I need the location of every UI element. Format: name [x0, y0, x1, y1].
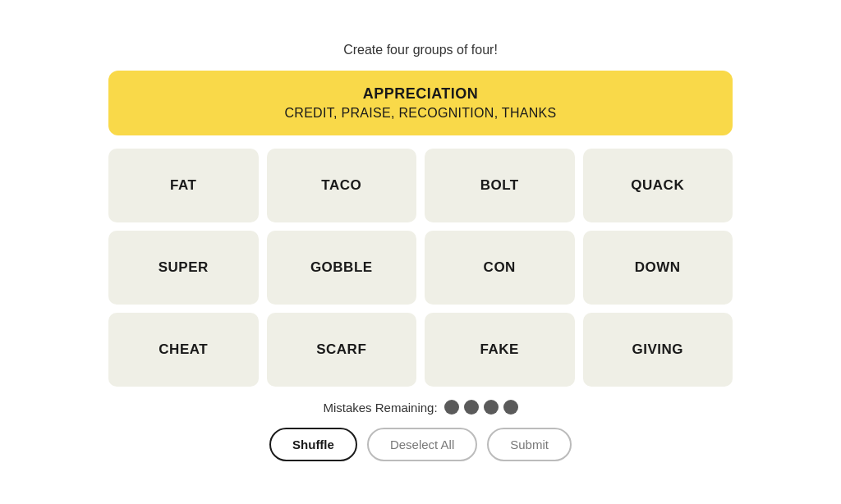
tile-scarf[interactable]: SCARF [267, 313, 417, 387]
tile-bolt[interactable]: BOLT [425, 149, 575, 222]
tile-label-scarf: SCARF [316, 341, 366, 358]
solved-category-words: CREDIT, PRAISE, RECOGNITION, THANKS [128, 106, 713, 121]
word-grid: FATTACOBOLTQUACKSUPERGOBBLECONDOWNCHEATS… [108, 149, 733, 387]
mistake-dot-2 [464, 400, 479, 415]
tile-fat[interactable]: FAT [108, 149, 259, 222]
buttons-row: Shuffle Deselect All Submit [269, 428, 572, 461]
mistakes-label: Mistakes Remaining: [323, 401, 437, 415]
tile-cheat[interactable]: CHEAT [108, 313, 259, 387]
tile-label-con: CON [484, 259, 516, 276]
tile-label-taco: TACO [321, 177, 361, 194]
mistakes-dots [444, 400, 518, 415]
tile-label-quack: QUACK [631, 177, 684, 194]
tile-label-cheat: CHEAT [159, 341, 208, 358]
tile-label-gobble: GOBBLE [310, 259, 373, 276]
tile-down[interactable]: DOWN [583, 231, 733, 305]
tile-label-down: DOWN [635, 259, 681, 276]
mistake-dot-3 [484, 400, 499, 415]
deselect-all-button[interactable]: Deselect All [367, 428, 477, 461]
tile-label-fake: FAKE [480, 341, 519, 358]
tile-label-super: SUPER [159, 259, 209, 276]
tile-quack[interactable]: QUACK [583, 149, 733, 222]
subtitle: Create four groups of four! [343, 43, 498, 57]
tile-super[interactable]: SUPER [108, 231, 259, 305]
mistakes-row: Mistakes Remaining: [323, 400, 517, 415]
tile-con[interactable]: CON [425, 231, 575, 305]
tile-gobble[interactable]: GOBBLE [267, 231, 417, 305]
tile-giving[interactable]: GIVING [583, 313, 733, 387]
shuffle-button[interactable]: Shuffle [269, 428, 357, 461]
mistake-dot-4 [503, 400, 518, 415]
submit-button[interactable]: Submit [487, 428, 572, 461]
tile-label-fat: FAT [170, 177, 196, 194]
mistake-dot-1 [444, 400, 459, 415]
tile-taco[interactable]: TACO [267, 149, 417, 222]
tile-fake[interactable]: FAKE [425, 313, 575, 387]
solved-category-title: APPRECIATION [128, 85, 713, 103]
solved-category-banner: APPRECIATION CREDIT, PRAISE, RECOGNITION… [108, 71, 733, 135]
tile-label-giving: GIVING [632, 341, 683, 358]
tile-label-bolt: BOLT [480, 177, 519, 194]
game-container: Create four groups of four! APPRECIATION… [108, 43, 733, 461]
